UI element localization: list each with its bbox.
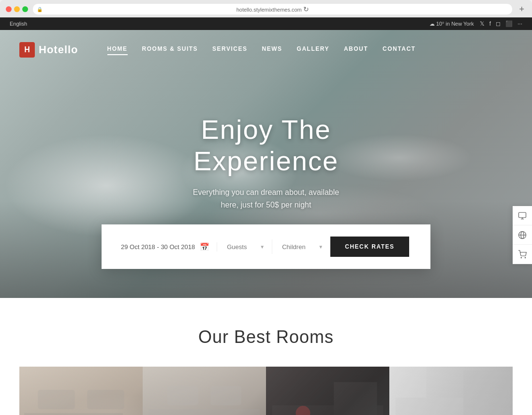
hero-subtitle-line2: here, just for 50$ per night — [221, 201, 311, 209]
svg-rect-17 — [334, 382, 377, 415]
nav-news[interactable]: NEWS — [262, 45, 282, 54]
address-bar[interactable]: hotello.stylemixthemes.com ↻ — [33, 4, 512, 15]
monitor-side-icon[interactable] — [513, 206, 532, 225]
refresh-button[interactable]: ↻ — [303, 5, 309, 13]
hero-section: English ☁ 10° in New York 𝕏 f ◻ ⬛ ··· H … — [0, 17, 532, 298]
rooms-grid — [19, 367, 513, 415]
nav-about[interactable]: ABOUT — [344, 45, 368, 54]
foursquare-icon[interactable]: ⬛ — [505, 20, 513, 27]
calendar-icon[interactable]: 📅 — [200, 242, 209, 252]
nav-rooms-suits[interactable]: ROOMS & SUITS — [142, 45, 198, 54]
browser-dots — [6, 6, 28, 12]
guests-select[interactable]: Guests 1 Guest 2 Guests 3 Guests 4 Guest… — [224, 241, 265, 253]
rooms-section: Our Best Rooms — [0, 298, 532, 415]
globe-side-icon[interactable] — [513, 225, 532, 245]
booking-bar: 29 Oct 2018 - 30 Oct 2018 📅 Guests 1 Gue… — [102, 224, 430, 269]
new-tab-button[interactable]: + — [517, 4, 526, 15]
facebook-icon[interactable]: f — [489, 20, 491, 27]
svg-rect-0 — [519, 212, 526, 218]
hero-subtitle-line1: Everything you can dream about, availabl… — [193, 188, 339, 196]
top-bar-right: ☁ 10° in New York 𝕏 f ◻ ⬛ ··· — [429, 20, 522, 27]
check-rates-button[interactable]: CHECK RATES — [330, 237, 409, 257]
date-range-text[interactable]: 29 Oct 2018 - 30 Oct 2018 — [121, 243, 195, 251]
room-card-4[interactable] — [389, 367, 513, 415]
children-select[interactable]: Children 0 Children 1 Child 2 Children — [280, 241, 323, 253]
rooms-section-title: Our Best Rooms — [19, 327, 513, 347]
top-bar-left: English — [10, 21, 27, 27]
room-card-3[interactable] — [266, 367, 389, 415]
nav-links: HOME ROOMS & SUITS SERVICES NEWS GALLERY… — [107, 45, 416, 54]
svg-point-7 — [525, 257, 526, 258]
nav-gallery[interactable]: GALLERY — [297, 45, 329, 54]
hero-subtitle: Everything you can dream about, availabl… — [133, 186, 399, 211]
instagram-icon[interactable]: ◻ — [496, 20, 501, 27]
children-select-wrapper: Children 0 Children 1 Child 2 Children ▼ — [280, 241, 323, 253]
nav-services[interactable]: SERVICES — [212, 45, 247, 54]
hero-content: Enjoy The Experience Everything you can … — [133, 114, 399, 211]
svg-rect-10 — [87, 390, 124, 409]
browser-chrome: hotello.stylemixthemes.com ↻ + — [0, 0, 532, 17]
svg-rect-11 — [149, 409, 260, 415]
minimize-dot[interactable] — [14, 6, 20, 12]
nav-home[interactable]: HOME — [107, 45, 128, 54]
logo-icon: H — [19, 42, 35, 58]
website-container: English ☁ 10° in New York 𝕏 f ◻ ⬛ ··· H … — [0, 17, 532, 415]
svg-rect-13 — [210, 386, 241, 405]
top-bar: English ☁ 10° in New York 𝕏 f ◻ ⬛ ··· — [0, 17, 532, 30]
guests-select-wrapper: Guests 1 Guest 2 Guests 3 Guests 4 Guest… — [224, 241, 265, 253]
svg-rect-8 — [24, 413, 123, 415]
room-card-1[interactable] — [19, 367, 143, 415]
svg-rect-20 — [463, 371, 510, 415]
more-icon[interactable]: ··· — [517, 20, 522, 27]
navbar: H Hotello HOME ROOMS & SUITS SERVICES NE… — [0, 33, 532, 67]
twitter-icon[interactable]: 𝕏 — [480, 20, 485, 27]
nav-contact[interactable]: CONTACT — [383, 45, 415, 54]
svg-rect-12 — [167, 386, 198, 405]
language-selector[interactable]: English — [10, 21, 27, 27]
close-dot[interactable] — [6, 6, 12, 12]
booking-divider — [272, 239, 272, 254]
logo[interactable]: H Hotello — [19, 42, 78, 58]
booking-date-field: 29 Oct 2018 - 30 Oct 2018 📅 — [121, 242, 217, 252]
social-icons: 𝕏 f ◻ ⬛ ··· — [480, 20, 522, 27]
side-icons-panel — [513, 206, 532, 264]
cart-side-icon[interactable] — [513, 245, 532, 264]
hero-title: Enjoy The Experience — [133, 114, 399, 177]
room-card-2[interactable] — [143, 367, 266, 415]
svg-rect-9 — [38, 390, 75, 409]
weather-info: ☁ 10° in New York — [429, 21, 474, 27]
logo-text: Hotello — [39, 44, 78, 56]
url-text: hotello.stylemixthemes.com — [236, 7, 302, 13]
svg-point-6 — [521, 257, 522, 258]
maximize-dot[interactable] — [22, 6, 28, 12]
